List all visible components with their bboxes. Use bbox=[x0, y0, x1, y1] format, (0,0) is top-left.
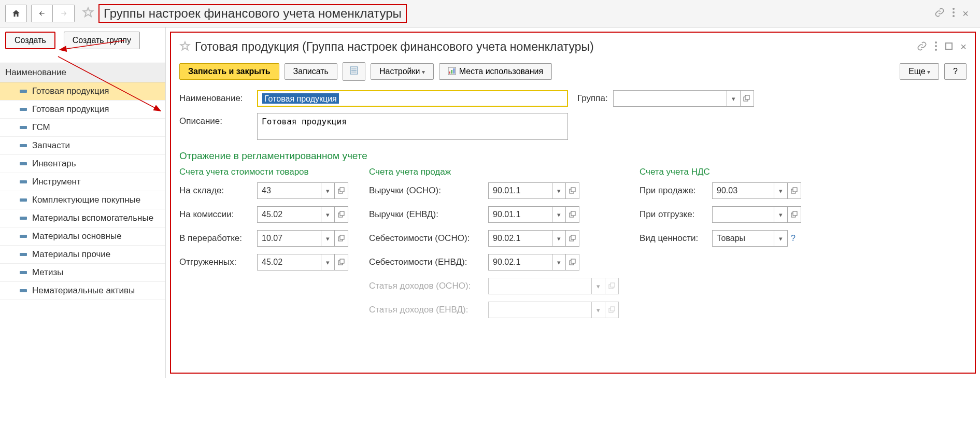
svg-point-5 bbox=[935, 41, 937, 44]
list-item[interactable]: Нематериальные активы bbox=[0, 282, 165, 300]
group-picker[interactable]: ▾ bbox=[613, 90, 754, 107]
list-icon-button[interactable] bbox=[343, 62, 365, 81]
group-label: Группа: bbox=[577, 93, 608, 104]
list-item[interactable]: ГСМ bbox=[0, 119, 165, 137]
save-close-button[interactable]: Записать и закрыть bbox=[179, 63, 279, 80]
svg-rect-42 bbox=[793, 211, 797, 216]
form-title: Готовая продукция (Группа настроек финан… bbox=[195, 40, 594, 54]
svg-rect-22 bbox=[340, 211, 344, 216]
list-item[interactable]: Готовая продукция bbox=[0, 101, 165, 119]
create-button[interactable]: Создать bbox=[5, 32, 55, 49]
svg-rect-40 bbox=[793, 188, 797, 192]
list-item[interactable]: Материалы основные bbox=[0, 227, 165, 246]
list-item[interactable]: Инструмент bbox=[0, 173, 165, 191]
list-item[interactable]: Метизы bbox=[0, 264, 165, 282]
form-link-icon[interactable] bbox=[917, 41, 927, 53]
svg-point-2 bbox=[953, 15, 955, 17]
save-button[interactable]: Записать bbox=[285, 63, 337, 80]
svg-rect-30 bbox=[571, 211, 575, 216]
form-kebab-icon[interactable] bbox=[934, 41, 938, 53]
svg-rect-26 bbox=[340, 259, 344, 263]
close-icon[interactable]: × bbox=[962, 8, 969, 20]
subsection-vat: Счета учета НДС bbox=[640, 167, 801, 177]
usages-button[interactable]: Места использования bbox=[439, 63, 552, 80]
svg-rect-36 bbox=[610, 283, 615, 287]
value-type-picker[interactable]: Товары▾ bbox=[712, 230, 788, 247]
account-picker-cost-envd[interactable]: 90.02.1▾ bbox=[488, 254, 579, 271]
desc-textarea[interactable] bbox=[257, 113, 568, 140]
account-picker-income-osno: ▾ bbox=[488, 278, 619, 294]
svg-rect-8 bbox=[946, 43, 952, 49]
back-button[interactable] bbox=[31, 5, 53, 22]
account-picker-cost-osno[interactable]: 90.02.1▾ bbox=[488, 230, 579, 247]
subsection-cost: Счета учета стоимости товаров bbox=[179, 167, 348, 177]
account-picker-shipped[interactable]: 45.02▾ bbox=[257, 254, 348, 271]
open-icon[interactable] bbox=[741, 90, 754, 107]
account-picker-stock[interactable]: 43▾ bbox=[257, 182, 348, 199]
list-item[interactable]: Инвентарь bbox=[0, 155, 165, 173]
help-button[interactable]: ? bbox=[944, 63, 967, 80]
list-item[interactable]: Материалы прочие bbox=[0, 246, 165, 264]
account-picker-vat-ship[interactable]: ▾ bbox=[712, 206, 801, 223]
page-title: Группы настроек финансового учета номенк… bbox=[98, 4, 407, 23]
account-picker-income-envd: ▾ bbox=[488, 302, 619, 318]
dropdown-icon[interactable]: ▾ bbox=[727, 90, 741, 107]
form-close-icon[interactable]: × bbox=[960, 41, 967, 53]
svg-point-7 bbox=[935, 49, 937, 51]
account-picker-rev-envd[interactable]: 90.01.1▾ bbox=[488, 206, 579, 223]
settings-dropdown-button[interactable]: Настройки bbox=[371, 63, 434, 80]
name-input[interactable]: Готовая продукция bbox=[257, 90, 568, 107]
subsection-sales: Счета учета продаж bbox=[369, 167, 619, 177]
hint-icon[interactable]: ? bbox=[791, 234, 796, 243]
svg-rect-34 bbox=[571, 259, 575, 263]
svg-rect-38 bbox=[610, 307, 615, 311]
name-label: Наименование: bbox=[179, 90, 257, 104]
kebab-menu-icon[interactable] bbox=[952, 7, 955, 20]
link-icon[interactable] bbox=[934, 7, 945, 20]
list-item[interactable]: Запчасти bbox=[0, 137, 165, 155]
account-picker-processing[interactable]: 10.07▾ bbox=[257, 230, 348, 247]
account-picker-rev-osno[interactable]: 90.01.1▾ bbox=[488, 182, 579, 199]
forward-button[interactable] bbox=[53, 5, 75, 22]
svg-rect-28 bbox=[571, 188, 575, 192]
form-favorite-star-icon[interactable] bbox=[179, 40, 191, 54]
svg-rect-15 bbox=[451, 70, 452, 74]
home-button[interactable] bbox=[5, 5, 27, 22]
svg-rect-16 bbox=[453, 68, 455, 74]
list-item[interactable]: Комплектующие покупные bbox=[0, 191, 165, 209]
svg-rect-18 bbox=[745, 95, 749, 99]
svg-rect-14 bbox=[449, 72, 450, 74]
list-item[interactable]: Готовая продукция bbox=[0, 82, 165, 101]
section-heading: Отражение в регламентированном учете bbox=[179, 150, 967, 162]
more-dropdown-button[interactable]: Еще bbox=[900, 63, 939, 80]
account-picker-commission[interactable]: 45.02▾ bbox=[257, 206, 348, 223]
list-column-header[interactable]: Наименование bbox=[0, 63, 165, 82]
create-group-button[interactable]: Создать группу bbox=[64, 32, 140, 49]
svg-point-1 bbox=[953, 11, 955, 13]
svg-rect-20 bbox=[340, 188, 344, 192]
form-maximize-icon[interactable] bbox=[945, 42, 953, 52]
svg-rect-32 bbox=[571, 235, 575, 239]
desc-label: Описание: bbox=[179, 113, 257, 126]
account-picker-vat-sale[interactable]: 90.03▾ bbox=[712, 182, 801, 199]
list-item[interactable]: Материалы вспомогательные bbox=[0, 209, 165, 227]
svg-point-0 bbox=[953, 8, 955, 10]
svg-rect-24 bbox=[340, 235, 344, 239]
favorite-star-icon[interactable] bbox=[82, 6, 94, 21]
svg-point-6 bbox=[935, 45, 937, 47]
